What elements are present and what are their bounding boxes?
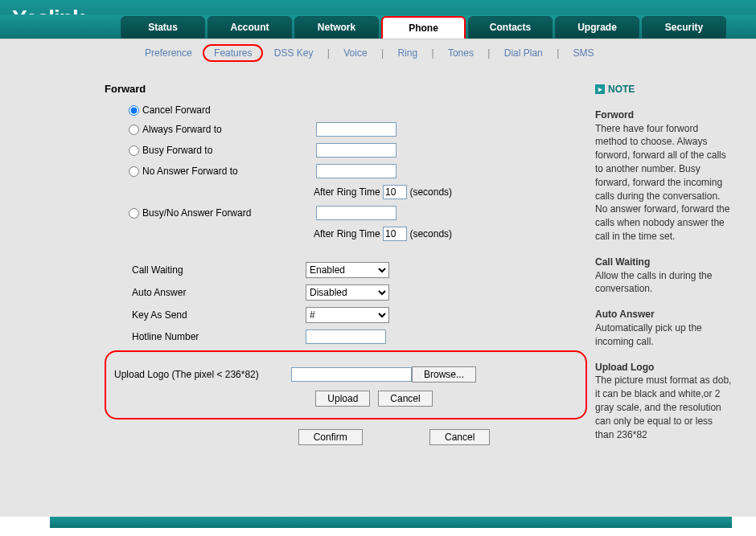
label-hotline: Hotline Number [129, 331, 306, 342]
tab-upgrade[interactable]: Upgrade [555, 16, 639, 39]
radio-busy-noanswer[interactable] [129, 208, 139, 219]
label-after-ring-1: After Ring Time [314, 186, 380, 198]
upload-button[interactable]: Upload [315, 391, 370, 407]
label-busy-noanswer: Busy/No Answer Forward [139, 207, 316, 219]
label-auto-answer: Auto Answer [129, 287, 306, 298]
label-busy-forward: Busy Forward to [139, 145, 316, 156]
tab-phone[interactable]: Phone [381, 16, 466, 39]
separator: | [327, 47, 330, 59]
separator: | [487, 47, 490, 59]
tab-security[interactable]: Security [642, 16, 726, 39]
main-tab-bar: Status Account Network Phone Contacts Up… [0, 14, 756, 39]
tab-network[interactable]: Network [294, 16, 379, 39]
subtab-dialplan[interactable]: Dial Plan [496, 44, 551, 62]
input-busy-forward[interactable] [316, 143, 396, 158]
select-auto-answer[interactable]: Disabled [306, 284, 389, 301]
input-ring-time-1[interactable] [383, 185, 407, 199]
note-icon: ▸ [595, 84, 605, 94]
input-busy-noanswer[interactable] [316, 206, 396, 220]
label-seconds-1: (seconds) [409, 186, 452, 198]
tab-account[interactable]: Account [207, 16, 292, 39]
select-key-as-send[interactable]: # [306, 307, 389, 323]
confirm-button[interactable]: Confirm [298, 429, 363, 445]
note-autoanswer-body: Automatically pick up the incoming call. [595, 321, 732, 349]
subtab-ring[interactable]: Ring [389, 44, 425, 62]
subtab-sms[interactable]: SMS [565, 44, 602, 62]
cancel-button[interactable]: Cancel [429, 429, 490, 445]
label-noanswer-forward: No Answer Forward to [139, 166, 316, 177]
separator: | [381, 47, 384, 59]
label-cancel-forward: Cancel Forward [139, 104, 316, 116]
browse-button[interactable]: Browse... [412, 366, 476, 383]
note-uploadlogo-title: Upload Logo [595, 361, 732, 374]
label-seconds-2: (seconds) [409, 228, 452, 239]
label-upload-logo: Upload Logo (The pixel < 236*82) [114, 369, 291, 380]
upload-logo-section: Upload Logo (The pixel < 236*82) Browse.… [105, 350, 587, 419]
note-autoanswer-title: Auto Answer [595, 308, 732, 321]
select-call-waiting[interactable]: Enabled [306, 262, 389, 278]
content-main: Forward Cancel Forward Always Forward to… [105, 83, 587, 509]
radio-noanswer-forward[interactable] [129, 166, 139, 177]
subtab-preference[interactable]: Preference [137, 44, 200, 62]
note-uploadlogo-body: The picture must format as dob, it can b… [595, 374, 732, 441]
note-callwaiting-title: Call Waiting [595, 256, 732, 269]
tab-contacts[interactable]: Contacts [468, 16, 553, 39]
note-panel: ▸ NOTE Forword There have four forword m… [587, 83, 732, 509]
label-call-waiting: Call Waiting [129, 264, 306, 276]
note-header: NOTE [608, 83, 635, 96]
tab-status[interactable]: Status [121, 16, 205, 39]
footer-bar [50, 517, 732, 528]
radio-busy-forward[interactable] [129, 145, 139, 156]
note-callwaiting-body: Allow the calls in during the conversati… [595, 269, 732, 297]
subtab-dsskey[interactable]: DSS Key [266, 44, 322, 62]
label-after-ring-2: After Ring Time [314, 228, 380, 239]
label-always-forward: Always Forward to [139, 124, 316, 135]
separator: | [431, 47, 433, 59]
input-always-forward[interactable] [316, 122, 396, 137]
forward-heading: Forward [105, 83, 587, 95]
subtab-features[interactable]: Features [203, 44, 263, 62]
separator: | [557, 47, 559, 59]
input-ring-time-2[interactable] [383, 227, 407, 241]
input-noanswer-forward[interactable] [316, 164, 396, 178]
input-upload-path[interactable] [291, 367, 412, 382]
note-forward-body: There have four forword method to choose… [595, 122, 732, 243]
radio-cancel-forward[interactable] [129, 105, 139, 116]
subtab-voice[interactable]: Voice [335, 44, 375, 62]
radio-always-forward[interactable] [129, 125, 139, 135]
sub-tab-bar: Preference Features DSS Key | Voice | Ri… [0, 39, 756, 67]
label-key-as-send: Key As Send [129, 309, 306, 321]
note-forward-title: Forword [595, 108, 732, 122]
input-hotline[interactable] [306, 329, 386, 344]
subtab-tones[interactable]: Tones [440, 44, 482, 62]
upload-cancel-button[interactable]: Cancel [378, 391, 432, 407]
